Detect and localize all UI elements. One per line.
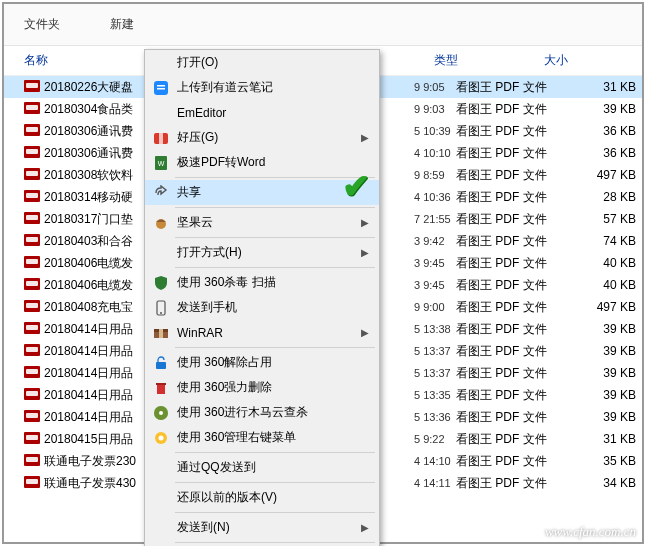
file-type: 看图王 PDF 文件 xyxy=(456,475,566,492)
file-size: 36 KB xyxy=(566,124,636,138)
folder-label: 文件夹 xyxy=(24,16,60,33)
file-size: 497 KB xyxy=(566,300,636,314)
pdf-file-icon xyxy=(24,278,40,292)
file-size: 39 KB xyxy=(566,410,636,424)
svg-text:W: W xyxy=(158,160,165,167)
menu-scan360[interactable]: 使用 360杀毒 扫描 xyxy=(145,270,379,295)
file-name: 20180414日用品 xyxy=(44,409,154,426)
file-time: 4 14:11 xyxy=(414,477,456,489)
context-menu[interactable]: 打开(O) 上传到有道云笔记 EmEditor 好压(G)▶ W极速PDF转Wo… xyxy=(144,49,380,546)
menu-emeditor[interactable]: EmEditor xyxy=(145,100,379,125)
pdf-file-icon xyxy=(24,388,40,402)
file-time: 9 8:59 xyxy=(414,169,456,181)
svg-rect-15 xyxy=(156,383,166,385)
file-name: 联通电子发票430 xyxy=(44,475,154,492)
new-label[interactable]: 新建 xyxy=(110,16,134,33)
file-size: 74 KB xyxy=(566,234,636,248)
file-time: 9 9:03 xyxy=(414,103,456,115)
file-type: 看图王 PDF 文件 xyxy=(456,453,566,470)
file-type: 看图王 PDF 文件 xyxy=(456,409,566,426)
file-type: 看图王 PDF 文件 xyxy=(456,101,566,118)
menu-openwith[interactable]: 打开方式(H)▶ xyxy=(145,240,379,265)
file-time: 4 14:10 xyxy=(414,455,456,467)
menu-unlock360[interactable]: 使用 360解除占用 xyxy=(145,350,379,375)
shield-icon xyxy=(151,273,171,293)
file-type: 看图王 PDF 文件 xyxy=(456,167,566,184)
svg-point-9 xyxy=(160,312,162,314)
menu-jianguo[interactable]: 坚果云▶ xyxy=(145,210,379,235)
menu-rclick360[interactable]: 使用 360管理右键菜单 xyxy=(145,425,379,450)
menu-restore[interactable]: 还原以前的版本(V) xyxy=(145,485,379,510)
menu-forcedel360[interactable]: 使用 360强力删除 xyxy=(145,375,379,400)
separator xyxy=(175,542,375,543)
pdf-file-icon xyxy=(24,322,40,336)
archive-icon xyxy=(151,128,171,148)
file-time: 7 21:55 xyxy=(414,213,456,225)
file-name: 20180406电缆发 xyxy=(44,255,154,272)
svg-rect-14 xyxy=(157,385,165,394)
file-type: 看图王 PDF 文件 xyxy=(456,299,566,316)
menu-winrar[interactable]: WinRAR▶ xyxy=(145,320,379,345)
svg-rect-13 xyxy=(156,362,166,369)
file-size: 28 KB xyxy=(566,190,636,204)
pdf-file-icon xyxy=(24,410,40,424)
chevron-right-icon: ▶ xyxy=(361,522,369,533)
file-size: 34 KB xyxy=(566,476,636,490)
file-name: 20180308软饮料 xyxy=(44,167,154,184)
file-name: 20180306通讯费 xyxy=(44,123,154,140)
pdf-file-icon xyxy=(24,256,40,270)
file-size: 39 KB xyxy=(566,322,636,336)
menu-qqsend[interactable]: 通过QQ发送到 xyxy=(145,455,379,480)
separator xyxy=(175,207,375,208)
file-type: 看图王 PDF 文件 xyxy=(456,431,566,448)
separator xyxy=(175,347,375,348)
file-time: 4 10:36 xyxy=(414,191,456,203)
menu-sendphone[interactable]: 发送到手机 xyxy=(145,295,379,320)
svg-rect-4 xyxy=(159,133,163,144)
file-time: 5 13:35 xyxy=(414,389,456,401)
checkmark-icon: ✔ xyxy=(342,166,370,206)
file-name: 联通电子发票230 xyxy=(44,453,154,470)
menu-open[interactable]: 打开(O) xyxy=(145,50,379,75)
file-size: 40 KB xyxy=(566,256,636,270)
svg-point-18 xyxy=(159,411,163,415)
menu-sendto[interactable]: 发送到(N)▶ xyxy=(145,515,379,540)
col-size[interactable]: 大小 xyxy=(544,52,624,69)
pdf-file-icon xyxy=(24,102,40,116)
menu-youdao[interactable]: 上传到有道云笔记 xyxy=(145,75,379,100)
file-type: 看图王 PDF 文件 xyxy=(456,211,566,228)
svg-rect-1 xyxy=(157,85,165,87)
file-type: 看图王 PDF 文件 xyxy=(456,321,566,338)
file-time: 5 13:37 xyxy=(414,367,456,379)
file-name: 20180317门口垫 xyxy=(44,211,154,228)
pdf-file-icon xyxy=(24,234,40,248)
menu-trojan360[interactable]: 使用 360进行木马云查杀 xyxy=(145,400,379,425)
file-time: 5 13:37 xyxy=(414,345,456,357)
file-time: 3 9:45 xyxy=(414,257,456,269)
pdf-file-icon xyxy=(24,124,40,138)
file-time: 4 10:10 xyxy=(414,147,456,159)
pdf-file-icon xyxy=(24,454,40,468)
toolbar: 文件夹 新建 xyxy=(4,4,642,46)
file-size: 497 KB xyxy=(566,168,636,182)
file-name: 20180306通讯费 xyxy=(44,145,154,162)
svg-rect-12 xyxy=(159,329,163,338)
file-time: 3 9:45 xyxy=(414,279,456,291)
pdf-file-icon xyxy=(24,366,40,380)
file-size: 31 KB xyxy=(566,432,636,446)
file-name: 20180408充电宝 xyxy=(44,299,154,316)
menu-haoya[interactable]: 好压(G)▶ xyxy=(145,125,379,150)
file-time: 5 13:36 xyxy=(414,411,456,423)
unlock-icon xyxy=(151,353,171,373)
file-time: 3 9:42 xyxy=(414,235,456,247)
file-time: 5 13:38 xyxy=(414,323,456,335)
pdf-file-icon xyxy=(24,212,40,226)
file-type: 看图王 PDF 文件 xyxy=(456,365,566,382)
col-type[interactable]: 类型 xyxy=(434,52,544,69)
phone-icon xyxy=(151,298,171,318)
file-time: 9 9:05 xyxy=(414,81,456,93)
file-type: 看图王 PDF 文件 xyxy=(456,343,566,360)
file-type: 看图王 PDF 文件 xyxy=(456,145,566,162)
separator xyxy=(175,267,375,268)
file-size: 35 KB xyxy=(566,454,636,468)
